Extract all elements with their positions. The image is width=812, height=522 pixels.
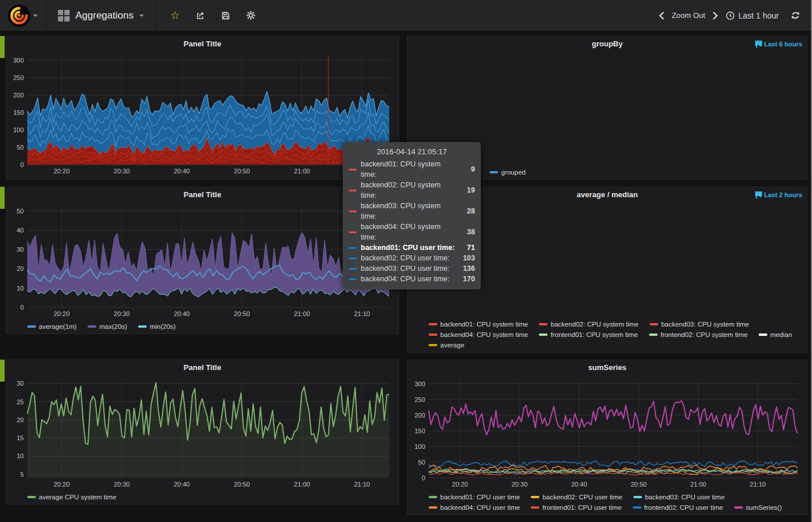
series-color-dash	[138, 325, 147, 328]
legend-item[interactable]: frontend02: CPU user time	[633, 502, 723, 513]
legend-item[interactable]: backend01: CPU system time	[429, 319, 528, 329]
dashboard-title: Aggregations	[75, 10, 133, 21]
svg-text:100: 100	[415, 443, 425, 450]
chart-canvas[interactable]: 20:2020:3020:4020:5021:0021:100102030405…	[8, 202, 397, 319]
legend-item[interactable]: grouped	[490, 167, 525, 177]
series-color-dash	[27, 496, 36, 498]
svg-text:20:40: 20:40	[174, 310, 190, 317]
graph-tooltip: 2016-04-14 21:05:17 backend01: CPU syste…	[343, 142, 481, 289]
row-control-tab[interactable]	[0, 36, 5, 58]
svg-text:150: 150	[415, 427, 425, 434]
settings-gear-icon[interactable]	[246, 10, 256, 20]
tooltip-rows: backend01: CPU system time:9backend02: C…	[349, 159, 475, 284]
save-button[interactable]	[221, 11, 230, 20]
time-range-label: Last 1 hour	[738, 11, 779, 20]
panel-title[interactable]: Panel Title	[6, 187, 398, 202]
series-color-dash	[429, 334, 437, 336]
panel-time-override-badge: 19:2019:3019:4019:5020:0020:1020:2020:30…	[755, 187, 802, 202]
svg-text:0: 0	[20, 161, 24, 168]
svg-text:21:00: 21:00	[294, 481, 310, 488]
legend-item[interactable]: min(20s)	[138, 321, 176, 332]
legend-item[interactable]: backend03: CPU user time	[633, 492, 724, 502]
svg-text:25: 25	[17, 398, 24, 405]
legend-item[interactable]: backend04: CPU system time	[429, 329, 528, 340]
svg-text:20:40: 20:40	[571, 481, 588, 488]
refresh-button[interactable]	[791, 10, 800, 20]
series-color-dash	[539, 323, 548, 325]
svg-text:40: 40	[17, 227, 24, 234]
legend-item[interactable]: backend02: CPU user time	[531, 492, 622, 502]
time-back-button[interactable]	[658, 11, 665, 20]
svg-text:300: 300	[415, 380, 425, 387]
row-control-tab[interactable]	[0, 360, 5, 382]
tooltip-series-row: backend01: CPU system time:9	[349, 159, 475, 180]
legend-item[interactable]: backend01: CPU user time	[429, 492, 520, 502]
share-button[interactable]	[195, 11, 205, 20]
clock-icon: 17:0018:0019:0020:0021:00101520253035404…	[755, 41, 762, 48]
svg-text:20:50: 20:50	[630, 481, 647, 488]
legend-item[interactable]: max(20s)	[88, 321, 127, 332]
svg-text:0: 0	[422, 474, 425, 481]
time-range-picker[interactable]: Last 1 hour	[726, 11, 779, 20]
legend-item[interactable]: frontend01: CPU user time	[531, 502, 621, 513]
svg-text:20:50: 20:50	[234, 310, 250, 317]
legend-item[interactable]: frontend02: CPU system time	[649, 329, 748, 340]
dashboard-picker[interactable]: Aggregations	[46, 0, 155, 31]
panel-legend: average CPU system time	[27, 492, 396, 502]
panel-average-cpu: Panel Title 20:2020:3020:4020:5021:0021:…	[6, 360, 399, 505]
time-forward-button[interactable]	[712, 11, 719, 20]
row-control-tab[interactable]	[0, 187, 5, 209]
grafana-menu-button[interactable]	[0, 0, 46, 31]
svg-text:5: 5	[20, 471, 24, 478]
series-color-dash	[349, 211, 357, 212]
panel-title[interactable]: sumSeries	[408, 360, 807, 375]
svg-text:200: 200	[13, 92, 24, 99]
legend-item[interactable]: average(1m)	[27, 321, 77, 332]
series-color-dash	[649, 334, 658, 336]
panel-title[interactable]: Panel Title	[6, 360, 398, 375]
svg-text:100: 100	[13, 126, 24, 133]
panel-sumseries: sumSeries 20:2020:3020:4020:5021:0021:10…	[407, 360, 807, 515]
legend-item[interactable]: average	[429, 340, 465, 350]
navbar: Aggregations ☆	[0, 0, 812, 31]
star-button[interactable]: ☆	[170, 10, 180, 21]
chart-canvas[interactable]: 20:2020:3020:4020:5021:0021:100501001502…	[8, 52, 397, 176]
chart-canvas[interactable]: 20:2020:3020:4020:5021:0021:100501001502…	[409, 375, 806, 490]
series-color-dash	[531, 496, 539, 498]
svg-text:20:30: 20:30	[114, 481, 130, 488]
grafana-logo-icon	[8, 5, 30, 27]
tooltip-series-row: backend02: CPU system time:19	[349, 180, 475, 201]
legend-item[interactable]: frontend01: CPU system time	[539, 329, 637, 340]
chevron-down-icon	[139, 14, 144, 17]
chart-canvas[interactable]: 20:2020:3020:4020:5021:0021:105101520253…	[8, 375, 397, 490]
panel-title[interactable]: groupBy	[408, 37, 807, 52]
chevron-down-icon	[33, 14, 38, 17]
series-color-dash	[759, 334, 767, 336]
series-color-dash	[490, 171, 498, 173]
legend-item[interactable]: backend04: CPU user time	[429, 502, 520, 513]
panel-stacked-cpu: Panel Title 20:2020:3020:4020:5021:0021:…	[6, 36, 399, 180]
zoom-out-button[interactable]: Zoom Out	[672, 11, 705, 20]
svg-text:20:40: 20:40	[174, 168, 190, 175]
series-color-dash	[650, 323, 658, 325]
svg-text:20:20: 20:20	[452, 481, 468, 488]
svg-text:20: 20	[17, 416, 24, 423]
series-color-dash	[734, 506, 743, 509]
legend-item[interactable]: backend03: CPU system time	[650, 319, 749, 329]
series-color-dash	[349, 169, 357, 171]
panel-legend: average(1m)max(20s)min(20s)	[27, 321, 396, 332]
tooltip-timestamp: 2016-04-14 21:05:17	[349, 146, 475, 159]
panel-title[interactable]: Panel Title	[6, 37, 398, 52]
series-color-dash	[27, 325, 36, 328]
svg-text:10: 10	[17, 285, 24, 292]
legend-item[interactable]: backend02: CPU system time	[539, 319, 638, 329]
series-color-dash	[633, 496, 642, 498]
legend-item[interactable]: average CPU system time	[27, 492, 117, 502]
svg-text:20:30: 20:30	[114, 168, 130, 175]
svg-text:20:20: 20:20	[54, 168, 70, 175]
svg-text:0: 0	[20, 304, 24, 311]
svg-text:20:30: 20:30	[512, 481, 528, 488]
legend-item[interactable]: median	[759, 329, 792, 340]
svg-text:50: 50	[17, 208, 24, 215]
legend-item[interactable]: sumSeries()	[734, 502, 782, 513]
